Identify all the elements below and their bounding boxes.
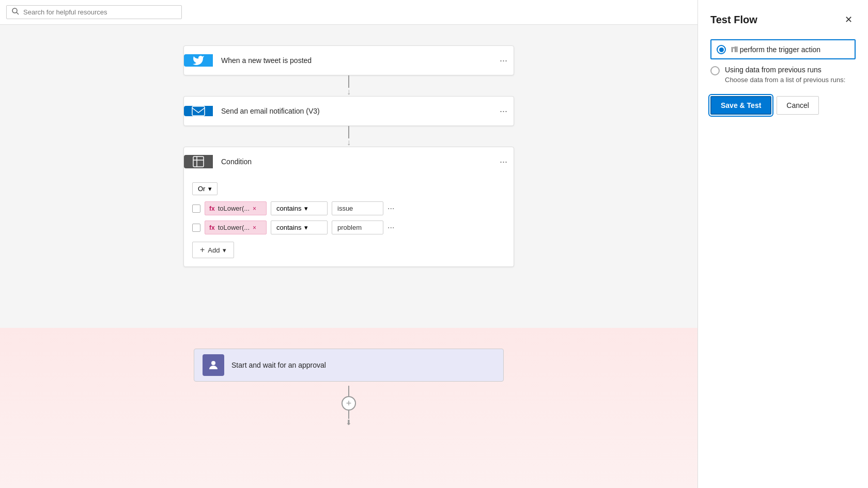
- email-step-more[interactable]: ···: [493, 106, 514, 117]
- connector-arrow-1: ↓: [347, 88, 351, 96]
- trigger-step-label: When a new tweet is posted: [213, 56, 493, 65]
- or-selector[interactable]: Or ▾: [192, 182, 218, 195]
- add-step-button[interactable]: +: [342, 396, 356, 411]
- approval-icon: [203, 354, 224, 376]
- svg-rect-3: [192, 106, 205, 116]
- svg-rect-4: [193, 156, 204, 167]
- option2-radio[interactable]: [710, 66, 720, 75]
- svg-point-5: [211, 361, 215, 365]
- trigger-step[interactable]: When a new tweet is posted ···: [183, 45, 514, 75]
- option1-label: I'll perform the trigger action: [731, 45, 820, 54]
- operator-chevron-1: ▾: [304, 204, 308, 212]
- condition-tag-1[interactable]: fx toLower(... ×: [205, 201, 267, 215]
- add-label: Add: [208, 246, 220, 254]
- bottom-connector: + ⬇: [342, 386, 356, 426]
- connector-2: ↓: [347, 126, 351, 147]
- connector-1: ↓: [347, 75, 351, 96]
- option2-sublabel: Choose data from a list of previous runs…: [725, 76, 845, 84]
- email-step-icon-area: [184, 97, 213, 125]
- cancel-button[interactable]: Cancel: [777, 96, 819, 115]
- search-icon: [12, 8, 19, 17]
- email-step-label: Send an email notification (V3): [213, 107, 493, 115]
- condition-row-2: fx toLower(... × contains ▾ problem ···: [192, 221, 505, 234]
- test-flow-panel: Test Flow ✕ I'll perform the trigger act…: [698, 0, 868, 488]
- operator-label-2: contains: [276, 224, 301, 231]
- condition-header: Condition ···: [184, 147, 514, 176]
- save-test-button[interactable]: Save & Test: [710, 96, 771, 115]
- condition-icon: [184, 155, 213, 168]
- option2-label: Using data from previous runs: [725, 66, 845, 74]
- condition-value-1[interactable]: issue: [332, 201, 383, 215]
- condition-func-1: toLower(...: [218, 204, 250, 212]
- condition-checkbox-1[interactable]: [192, 204, 200, 213]
- condition-step-more[interactable]: ···: [493, 156, 514, 167]
- bottom-connector-line2: [348, 411, 349, 419]
- canvas-area: When a new tweet is posted ··· ↓ Send an…: [0, 25, 698, 488]
- approval-step[interactable]: Start and wait for an approval: [194, 349, 504, 382]
- condition-row-1: fx toLower(... × contains ▾ issue ···: [192, 201, 505, 215]
- condition-func-2: toLower(...: [218, 224, 250, 231]
- svg-line-1: [17, 12, 19, 14]
- fx-icon-1: fx: [209, 205, 215, 212]
- connector-arrow-2: ↓: [347, 138, 351, 147]
- condition-step-label: Condition: [213, 158, 493, 166]
- option1-container[interactable]: I'll perform the trigger action: [710, 39, 856, 59]
- condition-block: Condition ··· Or ▾ fx toLower(... ×: [183, 147, 514, 267]
- row-more-2[interactable]: ···: [388, 223, 394, 232]
- panel-title: Test Flow: [710, 14, 757, 26]
- close-icon[interactable]: ✕: [841, 12, 856, 27]
- search-input[interactable]: [23, 8, 176, 16]
- bottom-connector-line: [348, 386, 349, 396]
- condition-checkbox-2[interactable]: [192, 224, 200, 232]
- twitter-icon: [184, 54, 213, 67]
- fx-icon-2: fx: [209, 224, 215, 231]
- tag-close-1[interactable]: ×: [253, 205, 256, 212]
- svg-point-0: [12, 8, 17, 13]
- panel-actions: Save & Test Cancel: [710, 96, 856, 115]
- or-chevron: ▾: [208, 185, 212, 193]
- down-arrow-icon: ⬇: [346, 419, 352, 426]
- flow-container: When a new tweet is posted ··· ↓ Send an…: [0, 25, 698, 288]
- email-step[interactable]: Send an email notification (V3) ···: [183, 96, 514, 126]
- condition-operator-1[interactable]: contains ▾: [271, 201, 328, 215]
- approval-step-label: Start and wait for an approval: [231, 361, 495, 369]
- panel-header: Test Flow ✕: [710, 12, 856, 27]
- add-button[interactable]: + Add ▾: [192, 242, 234, 258]
- bottom-section: Start and wait for an approval + ⬇: [0, 328, 698, 488]
- trigger-step-icon-area: [184, 46, 213, 75]
- search-box[interactable]: [6, 5, 182, 19]
- or-label: Or: [198, 185, 205, 193]
- condition-operator-2[interactable]: contains ▾: [271, 221, 328, 234]
- option2-text: Using data from previous runs Choose dat…: [725, 66, 845, 84]
- tag-close-2[interactable]: ×: [253, 224, 256, 231]
- condition-body: Or ▾ fx toLower(... × contains ▾ issu: [184, 176, 514, 266]
- add-chevron: ▾: [223, 246, 226, 254]
- condition-icon-area: [184, 147, 213, 176]
- connector-line-2: [348, 126, 349, 138]
- condition-value-2[interactable]: problem: [332, 221, 383, 234]
- row-more-1[interactable]: ···: [388, 204, 394, 213]
- add-plus-icon: +: [200, 245, 205, 255]
- condition-tag-2[interactable]: fx toLower(... ×: [205, 221, 267, 234]
- option2-container[interactable]: Using data from previous runs Choose dat…: [710, 66, 856, 84]
- trigger-step-more[interactable]: ···: [493, 55, 514, 66]
- operator-chevron-2: ▾: [304, 224, 308, 231]
- email-icon: [184, 106, 213, 116]
- connector-line-1: [348, 75, 349, 88]
- option1-radio[interactable]: [717, 45, 726, 54]
- operator-label-1: contains: [276, 204, 301, 212]
